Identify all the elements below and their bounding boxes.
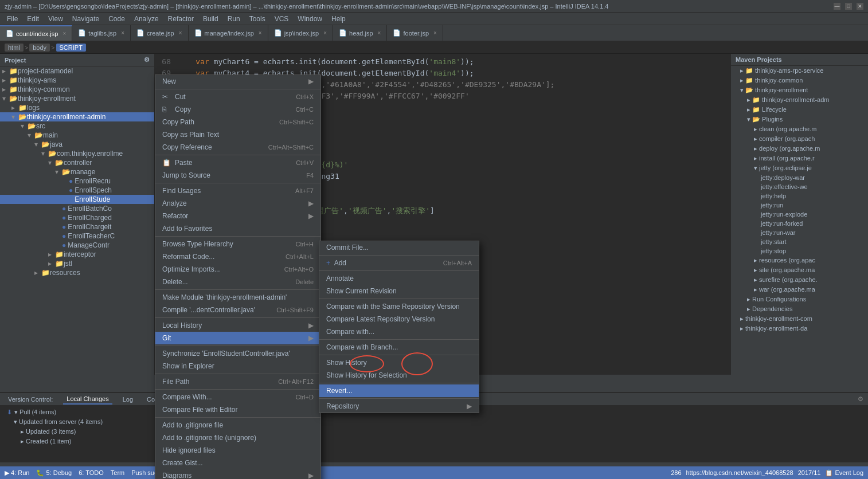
tree-item-main[interactable]: ▾ 📂 main <box>0 131 154 140</box>
maven-item-jetty-stop[interactable]: jetty:stop <box>731 246 868 256</box>
menu-build[interactable]: Build <box>198 14 223 24</box>
pull-item-updated[interactable]: ▾ Updated from server (4 items) <box>5 417 863 427</box>
menu-analyze[interactable]: Analyze <box>130 14 163 24</box>
ctx-git[interactable]: Git ▶ <box>155 332 320 344</box>
sidebar-gear-icon[interactable]: ⚙ <box>144 56 150 64</box>
ctx-show-explorer[interactable]: Show in Explorer <box>155 360 320 372</box>
tab-manage-index[interactable]: 📄 manage/index.jsp × <box>189 25 268 41</box>
menu-tools[interactable]: Tools <box>245 14 270 24</box>
maven-item-site[interactable]: ▸ site (org.apache.ma <box>731 265 868 275</box>
maven-item-run-config[interactable]: ▸ Run Configurations <box>731 295 868 304</box>
ctx-jump[interactable]: Jump to Source F4 <box>155 169 320 182</box>
menu-view[interactable]: View <box>44 14 68 24</box>
maven-item-dependencies[interactable]: ▸ Dependencies <box>731 304 868 314</box>
ctx-add-gitignore[interactable]: Add to .gitignore file <box>155 419 320 431</box>
tab-count-index[interactable]: 📄 count/index.jsp × <box>0 25 72 41</box>
breadcrumb-body[interactable]: body <box>29 44 50 52</box>
ctx-copy[interactable]: ⎘Copy Ctrl+C <box>155 103 320 116</box>
ctx-hide-ignored[interactable]: Hide ignored files <box>155 444 320 457</box>
tree-item-logs[interactable]: ▸ 📁 logs <box>0 103 154 112</box>
ctx-browse-hierarchy[interactable]: Browse Type Hierarchy Ctrl+H <box>155 238 320 250</box>
ctx-cut[interactable]: ✂Cut Ctrl+X <box>155 91 320 103</box>
ctx-analyze[interactable]: Analyze ▶ <box>155 197 320 210</box>
git-show-history[interactable]: Show History <box>319 356 479 369</box>
ctx-add-gitignore-unignore[interactable]: Add to .gitignore file (unignore) <box>155 431 320 444</box>
tree-item-common[interactable]: ▸ 📁 thinkjoy-common <box>0 85 154 94</box>
tab-close-taglibs[interactable]: × <box>121 30 124 36</box>
git-compare-same-repo[interactable]: Compare with the Same Repository Version <box>319 300 479 313</box>
vc-settings-icon[interactable]: ⚙ <box>858 395 863 403</box>
run-button[interactable]: ▶ 4: Run <box>5 469 29 477</box>
maven-item-clean[interactable]: ▸ clean (org.apache.m <box>731 124 868 134</box>
git-show-current[interactable]: Show Current Revision <box>319 285 479 297</box>
maven-item-enrollment-com[interactable]: ▸ thinkjoy-enrollment-com <box>731 314 868 324</box>
tree-item-java[interactable]: ▾ 📂 java <box>0 140 154 149</box>
ctx-copy-plain[interactable]: Copy as Plain Text <box>155 128 320 141</box>
git-commit-file[interactable]: Commit File... <box>319 241 479 254</box>
tree-item-enrollspech[interactable]: ▸ ● EnrollSpech <box>0 186 154 195</box>
maven-item-jetty-help[interactable]: jetty:help <box>731 191 868 201</box>
ctx-compare-with[interactable]: Compare With... Ctrl+D <box>155 391 320 403</box>
git-annotate[interactable]: Annotate <box>319 272 479 285</box>
maven-item-jetty-deploy[interactable]: jetty:deploy-war <box>731 173 868 182</box>
vc-tab-log[interactable]: Log <box>119 395 136 404</box>
ctx-create-gist[interactable]: Create Gist... <box>155 457 320 469</box>
tab-close-head[interactable]: × <box>378 30 381 36</box>
menu-help[interactable]: Help <box>327 14 350 24</box>
ctx-add-favorites[interactable]: Add to Favorites <box>155 222 320 235</box>
maven-item-deploy[interactable]: ▸ deploy (org.apache.m <box>731 144 868 154</box>
tab-close-count[interactable]: × <box>62 30 66 37</box>
tree-item-project[interactable]: ▸ 📁 project-datamodel <box>0 66 154 76</box>
debug-button[interactable]: 🐛 5: Debug <box>36 469 72 477</box>
tab-create[interactable]: 📄 create.jsp × <box>131 25 189 41</box>
git-compare-with[interactable]: Compare with... <box>319 325 479 338</box>
ctx-copy-path[interactable]: Copy Path Ctrl+Shift+C <box>155 116 320 128</box>
maven-item-enrollment[interactable]: ▾ 📂 thinkjoy-enrollment <box>731 85 868 95</box>
tab-head[interactable]: 📄 head.jsp × <box>333 25 387 41</box>
git-compare-latest-repo[interactable]: Compare Latest Repository Version <box>319 313 479 325</box>
menu-file[interactable]: File <box>2 14 22 24</box>
ctx-delete[interactable]: Delete... Delete <box>155 276 320 288</box>
maven-item-war[interactable]: ▸ war (org.apache.ma <box>731 285 868 295</box>
ctx-file-path[interactable]: File Path Ctrl+Alt+F12 <box>155 375 320 388</box>
tree-item-resources[interactable]: ▸ 📁 resources <box>0 268 154 277</box>
pull-item-created[interactable]: ▸ Created (1 item) <box>5 437 863 446</box>
tree-item-enrollstude[interactable]: ▸ ● EnrollStude <box>0 195 154 204</box>
git-revert[interactable]: Revert... <box>319 384 479 397</box>
tree-item-enrollteacher[interactable]: ▸ ● EnrollTeacherC <box>0 231 154 241</box>
pull-item-updated-3[interactable]: ▸ Updated (3 items) <box>5 427 863 437</box>
tree-item-src[interactable]: ▾ 📂 src <box>0 121 154 131</box>
menu-run[interactable]: Run <box>223 14 245 24</box>
menu-code[interactable]: Code <box>104 14 130 24</box>
ctx-reformat[interactable]: Reformat Code... Ctrl+Alt+L <box>155 250 320 263</box>
tree-item-enrollchargeit[interactable]: ▸ ● EnrollChargeit <box>0 222 154 231</box>
maven-item-resources[interactable]: ▸ resources (org.apac <box>731 256 868 265</box>
tab-taglibs[interactable]: 📄 taglibs.jsp × <box>72 25 131 41</box>
term-button[interactable]: Term <box>111 469 124 476</box>
close-button[interactable]: ✕ <box>857 3 863 10</box>
git-show-history-selection[interactable]: Show History for Selection <box>319 369 479 382</box>
breadcrumb-script[interactable]: SCRIPT <box>56 44 86 52</box>
maven-item-jetty-run-war[interactable]: jetty:run-war <box>731 228 868 237</box>
maven-item-common[interactable]: ▸ 📁 thinkjoy-common <box>731 76 868 85</box>
menu-vcs[interactable]: VCS <box>270 14 294 24</box>
ctx-compare-file-editor[interactable]: Compare File with Editor <box>155 403 320 416</box>
tab-close-jsp[interactable]: × <box>323 30 327 36</box>
maven-item-jetty-run-forked[interactable]: jetty:run-forked <box>731 219 868 228</box>
tree-item-interceptor[interactable]: ▸ 📁 interceptor <box>0 250 154 259</box>
menu-refactor[interactable]: Refactor <box>163 14 198 24</box>
maven-item-compiler[interactable]: ▸ compiler (org.apach <box>731 134 868 144</box>
maven-item-enrollment-adm[interactable]: ▸ 📁 thinkjoy-enrollment-adm <box>731 95 868 105</box>
maven-item-lifecycle[interactable]: ▸ 📁 Lifecycle <box>731 105 868 115</box>
tree-item-jstl[interactable]: ▸ 📁 jstl <box>0 259 154 268</box>
tree-item-managecontr[interactable]: ▸ ● ManageContr <box>0 241 154 250</box>
maven-item-surefire[interactable]: ▸ surefire (org.apache. <box>731 275 868 285</box>
ctx-copy-ref[interactable]: Copy Reference Ctrl+Alt+Shift+C <box>155 141 320 154</box>
maven-item-install[interactable]: ▸ install (org.apache.r <box>731 154 868 163</box>
ctx-diagrams[interactable]: Diagrams ▶ <box>155 469 320 479</box>
tab-footer[interactable]: 📄 footer.jsp × <box>387 25 443 41</box>
todo-button[interactable]: 6: TODO <box>79 469 104 476</box>
tree-item-manage[interactable]: ▾ 📂 manage <box>0 167 154 176</box>
ctx-synchronize[interactable]: Synchronize 'EnrollStudentController.jav… <box>155 347 320 360</box>
maximize-button[interactable]: □ <box>845 3 852 10</box>
